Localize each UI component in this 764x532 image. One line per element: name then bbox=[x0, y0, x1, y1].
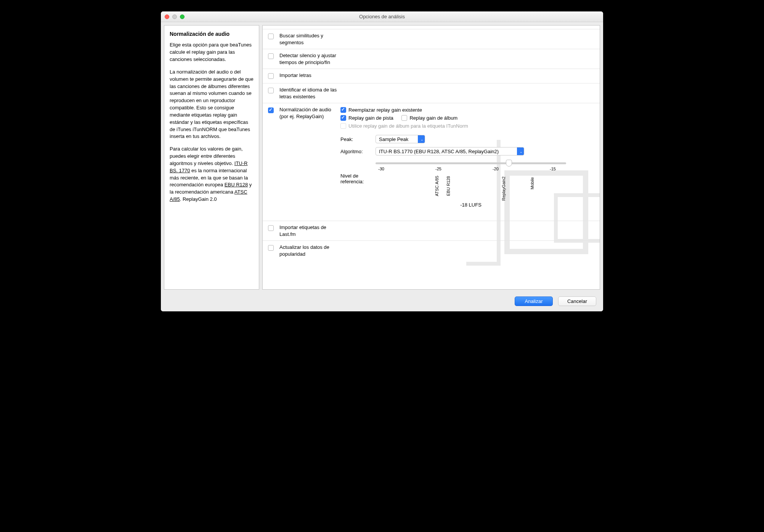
dialog-footer: Analizar Cancelar bbox=[161, 293, 603, 311]
sidebar-heading: Normalización de audio bbox=[170, 30, 254, 38]
minimize-icon bbox=[172, 14, 177, 19]
peak-select-wrap: Sample Peak bbox=[376, 135, 425, 143]
sidebar-p1: Elige esta opción para que beaTunes calc… bbox=[170, 42, 254, 63]
help-sidebar: Normalización de audio Elige esta opción… bbox=[164, 25, 259, 290]
close-icon[interactable] bbox=[165, 14, 169, 19]
tick-n20: -20 bbox=[493, 167, 499, 171]
tick-rg2: ReplayGain2 bbox=[507, 176, 511, 201]
checkbox-lastfm[interactable] bbox=[268, 225, 274, 231]
sidebar-p2: La normalización del audio o del volumen… bbox=[170, 69, 254, 140]
checkbox-popularidad[interactable] bbox=[268, 245, 274, 251]
checkbox-album[interactable] bbox=[401, 115, 407, 121]
label-itunnorm: Utilice replay gain de álbum para la eti… bbox=[348, 123, 468, 129]
label-album: Replay gain de álbum bbox=[409, 115, 457, 121]
row-normalizacion: Normalización de audio (por ej. ReplayGa… bbox=[263, 103, 600, 221]
row-letras: Importar letras bbox=[263, 69, 600, 83]
dialog-window: Opciones de análisis Normalización de au… bbox=[161, 11, 603, 311]
checkbox-similitudes[interactable] bbox=[268, 34, 274, 39]
label-letras: Importar letras bbox=[279, 72, 340, 79]
tick-atsc: ATSC A/85 bbox=[440, 176, 445, 196]
label-silencio: Detectar silencio y ajustar tiempos de p… bbox=[279, 52, 340, 66]
row-peak: Peak: Sample Peak bbox=[340, 135, 594, 143]
checkbox-pista[interactable] bbox=[340, 115, 346, 121]
algoritmo-select-wrap: ITU-R BS.1770 (EBU R128, ATSC A/85, Repl… bbox=[376, 147, 524, 155]
row-idioma: Identificar el idioma de las letras exis… bbox=[263, 83, 600, 103]
peak-label: Peak: bbox=[340, 136, 376, 142]
link-ebu[interactable]: EBU R128 bbox=[225, 182, 248, 187]
checkbox-normalizacion[interactable] bbox=[268, 107, 274, 113]
label-normalizacion: Normalización de audio (por ej. ReplayGa… bbox=[279, 106, 340, 120]
nivel-slider[interactable] bbox=[376, 162, 566, 164]
label-idioma: Identificar el idioma de las letras exis… bbox=[279, 87, 340, 100]
algoritmo-select[interactable]: ITU-R BS.1770 (EBU R128, ATSC A/85, Repl… bbox=[376, 147, 524, 155]
row-silencio: Detectar silencio y ajustar tiempos de p… bbox=[263, 49, 600, 69]
row-similitudes: Buscar similitudes y segmentos bbox=[263, 29, 600, 49]
label-pista: Replay gain de pista bbox=[348, 115, 393, 121]
row-algoritmo: Algoritmo: ITU-R BS.1770 (EBU R128, ATSC… bbox=[340, 147, 594, 155]
slider-thumb[interactable] bbox=[506, 160, 512, 167]
label-popularidad: Actualizar los datos de popularidad bbox=[279, 244, 340, 257]
tick-ebu: EBU R128 bbox=[451, 176, 456, 196]
traffic-lights bbox=[165, 14, 185, 19]
lufs-readout: -18 LUFS bbox=[460, 202, 482, 208]
normalizacion-detail: Reemplazar replay gain existente Replay … bbox=[340, 106, 594, 218]
tick-n15: -15 bbox=[550, 167, 556, 171]
row-top-spacer bbox=[263, 26, 600, 29]
row-popularidad: Actualizar los datos de popularidad bbox=[263, 241, 600, 260]
label-lastfm: Importar etiquetas de Last.fm bbox=[279, 224, 340, 237]
tick-mobile: Mobile bbox=[535, 177, 540, 189]
checkbox-reemplazar[interactable] bbox=[340, 107, 346, 113]
checkbox-idioma[interactable] bbox=[268, 88, 274, 93]
row-lastfm: Importar etiquetas de Last.fm bbox=[263, 221, 600, 241]
content-area: Normalización de audio Elige esta opción… bbox=[161, 22, 603, 293]
nivel-label: Nivel dereferencia: bbox=[340, 162, 376, 184]
label-reemplazar: Reemplazar replay gain existente bbox=[348, 107, 422, 113]
tick-n25: -25 bbox=[435, 167, 441, 171]
nivel-slider-box: -30 -25 -20 -15 ATSC A/85 EBU R128 Repla… bbox=[376, 162, 566, 197]
options-panel: Buscar similitudes y segmentos Detectar … bbox=[262, 25, 600, 290]
checkbox-letras[interactable] bbox=[268, 73, 274, 79]
analizar-button[interactable]: Analizar bbox=[515, 296, 553, 306]
label-similitudes: Buscar similitudes y segmentos bbox=[279, 32, 340, 46]
sidebar-p3: Para calcular los valores de gain, puede… bbox=[170, 146, 254, 203]
slider-ticks: -30 -25 -20 -15 ATSC A/85 EBU R128 Repla… bbox=[376, 167, 566, 197]
peak-select[interactable]: Sample Peak bbox=[376, 135, 425, 143]
tick-n30: -30 bbox=[378, 167, 384, 171]
algoritmo-label: Algoritmo: bbox=[340, 149, 376, 154]
titlebar: Opciones de análisis bbox=[161, 11, 603, 22]
cancelar-button[interactable]: Cancelar bbox=[558, 296, 596, 306]
checkbox-silencio[interactable] bbox=[268, 53, 274, 59]
options-scroll[interactable]: Buscar similitudes y segmentos Detectar … bbox=[263, 26, 600, 289]
window-title: Opciones de análisis bbox=[161, 14, 603, 19]
row-nivel: Nivel dereferencia: -30 -25 -20 bbox=[340, 162, 594, 218]
checkbox-itunnorm bbox=[340, 123, 346, 129]
zoom-icon[interactable] bbox=[180, 14, 185, 19]
